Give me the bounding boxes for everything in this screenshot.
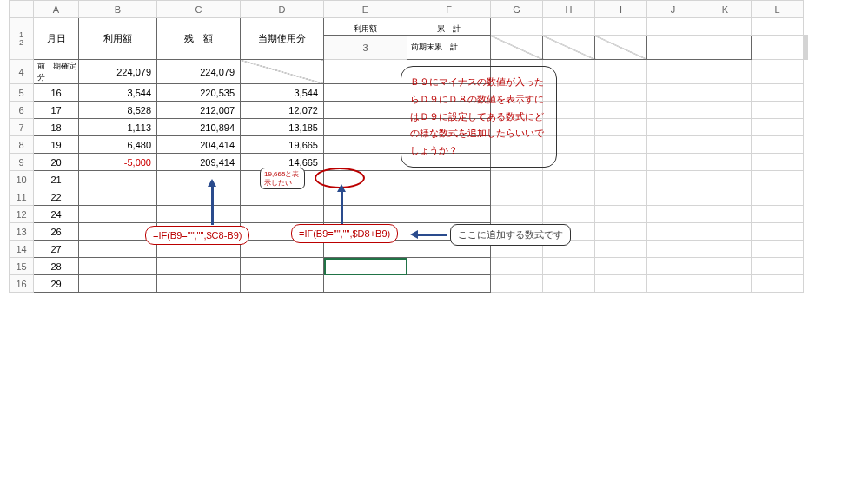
cell-E6[interactable]	[324, 102, 407, 119]
cell-F10[interactable]	[407, 171, 491, 188]
row-header-6[interactable]: 6	[10, 102, 34, 119]
arrow-to-addhere-icon	[417, 234, 447, 236]
cell-D3[interactable]	[595, 36, 647, 60]
cell-E8[interactable]	[324, 136, 407, 154]
desired-value-note: 19,665と表示したい	[260, 168, 305, 189]
cell-I1[interactable]	[595, 18, 647, 36]
cell-A12[interactable]: 24	[34, 206, 79, 223]
cell-K1[interactable]	[699, 18, 752, 36]
cell-C8[interactable]: 204,414	[157, 136, 241, 154]
cell-C1[interactable]: 残 額	[157, 18, 241, 60]
col-header-B[interactable]: B	[79, 1, 157, 18]
cell-D8[interactable]: 19,665	[241, 136, 324, 154]
cell-D6[interactable]: 12,072	[241, 102, 324, 119]
row-header-5[interactable]: 5	[10, 84, 34, 102]
row-header-1-2[interactable]: 12	[10, 18, 34, 60]
col-header-F[interactable]: F	[407, 1, 491, 18]
cell-A13[interactable]: 26	[34, 223, 79, 241]
cell-B4[interactable]: 224,079	[79, 60, 157, 84]
row-header-14[interactable]: 14	[10, 241, 34, 258]
col-header-L[interactable]: L	[752, 1, 804, 18]
cell-C6[interactable]: 212,007	[157, 102, 241, 119]
cell-D7[interactable]: 13,185	[241, 119, 324, 136]
cell-A3[interactable]: 前期末累 計	[407, 36, 491, 60]
col-header-H[interactable]: H	[543, 1, 595, 18]
cell-D4[interactable]	[241, 60, 324, 84]
cell-D5[interactable]: 3,544	[241, 84, 324, 102]
row-header-11[interactable]: 11	[10, 188, 34, 206]
arrow-to-c9-icon	[211, 186, 214, 225]
cell-F3[interactable]	[699, 36, 752, 60]
cell-E15-selected[interactable]	[324, 258, 407, 275]
row-header-15[interactable]: 15	[10, 258, 34, 275]
cell-E2[interactable]: 利用額	[324, 18, 407, 36]
cell-H1[interactable]	[543, 18, 595, 36]
col-header-J[interactable]: J	[647, 1, 699, 18]
col-header-E[interactable]: E	[324, 1, 407, 18]
cell-B1[interactable]: 利用額	[79, 18, 157, 60]
row-header-4[interactable]: 4	[10, 60, 34, 84]
row-header-9[interactable]: 9	[10, 154, 34, 171]
cell-F2[interactable]: 累 計	[407, 18, 491, 36]
cell-C3[interactable]	[543, 36, 595, 60]
cell-C4[interactable]: 224,079	[157, 60, 241, 84]
cell-A11[interactable]: 22	[34, 188, 79, 206]
cell-E4[interactable]	[324, 60, 407, 84]
cell-D1[interactable]: 当期使用分	[241, 18, 324, 60]
row-header-3[interactable]: 3	[324, 36, 407, 60]
cell-E3[interactable]	[647, 36, 699, 60]
col-header-I[interactable]: I	[595, 1, 647, 18]
cell-C9[interactable]: 209,414	[157, 154, 241, 171]
row-header-8[interactable]: 8	[10, 136, 34, 154]
row-header-13[interactable]: 13	[10, 223, 34, 241]
cell-A15[interactable]: 28	[34, 258, 79, 275]
cell-A9[interactable]: 20	[34, 154, 79, 171]
select-all-corner[interactable]	[10, 1, 34, 18]
cell-B8[interactable]: 6,480	[79, 136, 157, 154]
formula-c-callout: =IF(B9="","",$C8-B9)	[145, 226, 249, 245]
cell-A14[interactable]: 27	[34, 241, 79, 258]
cell-C7[interactable]: 210,894	[157, 119, 241, 136]
cell-B6[interactable]: 8,528	[79, 102, 157, 119]
cell-A4[interactable]: 前 期確定分	[34, 60, 79, 84]
col-header-G[interactable]: G	[491, 1, 543, 18]
col-header-C[interactable]: C	[157, 1, 241, 18]
cell-G1[interactable]	[491, 18, 543, 36]
cell-B7[interactable]: 1,113	[79, 119, 157, 136]
row-header-12[interactable]: 12	[10, 206, 34, 223]
cell-B10[interactable]	[79, 171, 157, 188]
cell-A7[interactable]: 18	[34, 119, 79, 136]
cell-E5[interactable]	[324, 84, 407, 102]
cell-G3[interactable]	[752, 36, 804, 60]
col-header-K[interactable]: K	[699, 1, 752, 18]
formula-d-callout: =IF(B9="","",$D8+B9)	[291, 224, 398, 243]
cell-C10[interactable]	[157, 171, 241, 188]
cell-A5[interactable]: 16	[34, 84, 79, 102]
cell-C5[interactable]: 220,535	[157, 84, 241, 102]
cell-A6[interactable]: 17	[34, 102, 79, 119]
cell-E7[interactable]	[324, 119, 407, 136]
cell-J1[interactable]	[647, 18, 699, 36]
cell-A8[interactable]: 19	[34, 136, 79, 154]
question-callout: Ｂ９にマイナスの数値が入ったらＤ９にＤ８の数値を表示すにはＤ９に設定してある数式…	[401, 66, 557, 168]
col-header-A[interactable]: A	[34, 1, 79, 18]
row-header-7[interactable]: 7	[10, 119, 34, 136]
cell-B5[interactable]: 3,544	[79, 84, 157, 102]
cell-A16[interactable]: 29	[34, 275, 79, 293]
row-header-16[interactable]: 16	[10, 275, 34, 293]
cell-L1[interactable]	[752, 18, 804, 36]
cell-B3[interactable]	[491, 36, 543, 60]
arrow-to-d9-icon	[341, 191, 343, 225]
add-formula-note: ここに追加する数式です	[450, 224, 571, 246]
cell-A1[interactable]: 月日	[34, 18, 79, 60]
cell-B9[interactable]: -5,000	[79, 154, 157, 171]
row-header-10[interactable]: 10	[10, 171, 34, 188]
cell-A10[interactable]: 21	[34, 171, 79, 188]
col-header-D[interactable]: D	[241, 1, 324, 18]
